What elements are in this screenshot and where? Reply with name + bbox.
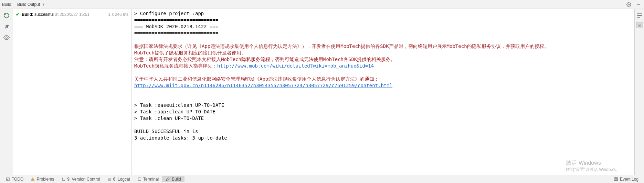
footer-tab-todo[interactable]: TODO	[2, 176, 27, 182]
eye-icon[interactable]	[3, 34, 10, 41]
output-line: http://www.miit.gov.cn/n1146285/n1146352…	[134, 82, 632, 89]
footer-tab-6-logcat[interactable]: 6: Logcat	[104, 176, 134, 182]
svg-point-2	[6, 37, 7, 39]
settings-icon[interactable]	[625, 1, 632, 8]
footer-tab-label: Terminal	[143, 177, 159, 182]
build-tree-label: Build:	[22, 12, 33, 17]
footer-tab-build[interactable]: Build	[162, 176, 184, 182]
build-label: Build:	[2, 2, 12, 7]
output-line	[134, 69, 632, 76]
build-output-dropdown[interactable]: Build Output ▼	[14, 1, 48, 8]
soft-wrap-icon[interactable]	[636, 12, 643, 19]
output-line: > Task :clean UP-TO-DATE	[134, 115, 632, 122]
output-line: 3 actionable tasks: 3 up-to-date	[134, 135, 632, 141]
warn-icon	[30, 177, 35, 182]
right-gutter	[634, 9, 644, 175]
build-tree-row[interactable]: ✔ Build: successful at 2020/2/27 15:51 1…	[14, 11, 130, 18]
minimize-icon[interactable]	[635, 1, 642, 8]
svg-rect-7	[7, 178, 9, 181]
build-output-text: > Configure project :app================…	[131, 9, 634, 143]
output-line	[134, 122, 632, 128]
logcat-icon	[107, 177, 112, 182]
footer-tab-label: 6: Logcat	[113, 177, 130, 182]
status-bar: TODOProblems9: Version Control6: LogcatT…	[0, 175, 644, 183]
output-line: 根据国家法律法规要求（详见《App违法违规收集使用个人信息行为认定方法》），开发…	[134, 43, 632, 50]
output-line: 注意：请所有开发者务必按照本文档接入MobTech隐私服务流程，否则可能造成无法…	[134, 56, 632, 63]
build-output-panel[interactable]: > Configure project :app================…	[131, 9, 634, 175]
footer-tab-label: Problems	[36, 177, 54, 182]
footer-tab-terminal[interactable]: Terminal	[134, 176, 162, 182]
restart-icon[interactable]	[3, 12, 10, 19]
output-line: > Task :app:clean UP-TO-DATE	[134, 109, 632, 115]
build-icon	[166, 177, 170, 182]
event-log-icon	[614, 177, 619, 182]
output-line: MobTech提供了隐私服务相应的接口供开发者使用。	[134, 50, 632, 56]
svg-point-0	[628, 4, 630, 5]
chevron-down-icon: ▼	[42, 3, 45, 6]
build-duration: 1 s 246 ms	[108, 12, 128, 17]
footer-tab-label: Build	[172, 177, 181, 182]
svg-point-8	[62, 178, 63, 179]
dropdown-label: Build Output	[17, 2, 40, 7]
scroll-to-end-icon[interactable]	[636, 22, 643, 28]
output-line: =============================	[134, 30, 632, 37]
output-link[interactable]: http://www.miit.gov.cn/n1146285/n1146352…	[134, 83, 392, 88]
build-status: successful	[34, 12, 54, 17]
left-gutter	[0, 9, 13, 175]
output-line: === MobSDK 2020.0218.1422 ===	[134, 23, 632, 30]
event-log-button[interactable]: Event Log	[610, 176, 642, 182]
footer-tab-problems[interactable]: Problems	[27, 176, 57, 182]
output-line: =============================	[134, 17, 632, 23]
vcs-icon	[61, 177, 66, 182]
pin-icon[interactable]	[3, 23, 10, 30]
output-line: > Task :easeui:clean UP-TO-DATE	[134, 102, 632, 109]
todo-icon	[6, 177, 10, 182]
output-link[interactable]: http://www.mob.com/wiki/detailed?wiki=mo…	[217, 63, 374, 69]
output-line	[134, 95, 632, 102]
check-icon: ✔	[16, 12, 20, 17]
event-log-label: Event Log	[620, 177, 638, 182]
svg-rect-13	[138, 178, 141, 181]
build-header: Build: Build Output ▼	[0, 0, 644, 9]
footer-tab-9-version-control[interactable]: 9: Version Control	[57, 176, 103, 182]
build-tree-panel: ✔ Build: successful at 2020/2/27 15:51 1…	[13, 9, 131, 175]
output-line: > Configure project :app	[134, 10, 632, 17]
terminal-icon	[137, 177, 142, 182]
output-line: 关于中华人民共和国工业和信息化部网络安全管理局印发《App违法违规收集使用个人信…	[134, 76, 632, 82]
footer-tab-label: TODO	[12, 177, 23, 182]
main-area: ✔ Build: successful at 2020/2/27 15:51 1…	[0, 9, 644, 175]
svg-point-9	[64, 180, 65, 181]
output-line: BUILD SUCCESSFUL in 1s	[134, 128, 632, 135]
footer-tab-label: 9: Version Control	[67, 177, 100, 182]
output-line: MobTech隐私服务流程接入指导详见：http://www.mob.com/w…	[134, 63, 632, 69]
output-line	[134, 89, 632, 95]
build-timestamp: at 2020/2/27 15:51	[55, 12, 89, 17]
output-line	[134, 37, 632, 43]
